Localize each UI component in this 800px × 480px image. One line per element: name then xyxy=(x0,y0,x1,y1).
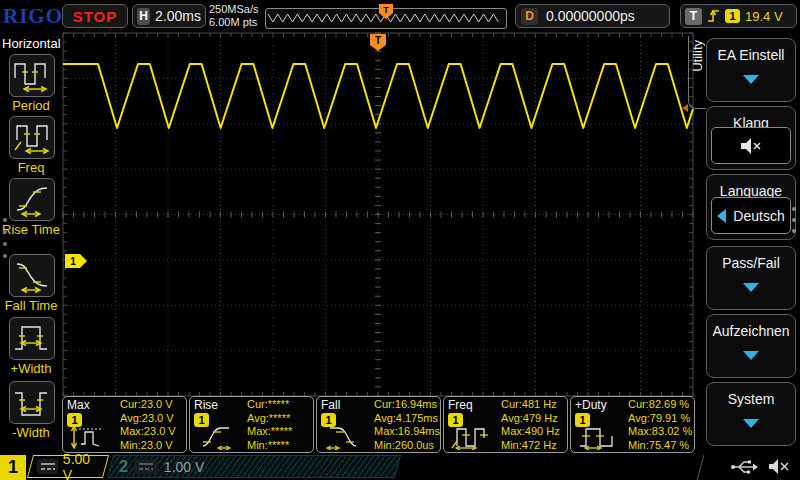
measurement-value-row: Cur:82.69 % xyxy=(628,398,692,412)
menu-item-label: Rise Time xyxy=(0,222,62,237)
t-badge: T xyxy=(685,8,702,25)
channel2-scale-value: 1.00 V xyxy=(164,459,204,475)
memory-depth: 6.00M pts xyxy=(209,16,259,29)
period-icon xyxy=(13,58,51,94)
rise-time-icon xyxy=(13,182,51,218)
status-icons xyxy=(730,458,791,475)
measurement-value-row: Cur:16.94ms xyxy=(374,398,440,412)
utility-tab-label: Utility xyxy=(690,40,705,72)
measurement-value-row: Cur:23.0 V xyxy=(120,398,176,412)
freq-icon xyxy=(13,120,51,156)
plus-duty-icon xyxy=(576,424,622,450)
run-state-label: STOP xyxy=(73,8,118,25)
measurement-value-row: Min:23.0 V xyxy=(120,439,176,453)
channel2-badge: 2 xyxy=(119,457,128,477)
menu-item-label: Freq xyxy=(0,160,62,175)
chevron-down-icon xyxy=(743,351,759,360)
softkey-aufzeichnen[interactable]: Aufzeichnen xyxy=(706,314,796,378)
measurement-name: +Duty xyxy=(575,398,607,412)
chevron-down-icon xyxy=(743,75,759,84)
trigger-position-icon[interactable]: T xyxy=(378,3,394,21)
top-bar: RIGOL STOP H 2.00ms 250MSa/s 6.00M pts T… xyxy=(0,0,800,32)
measurement-row: Max 1 Cur:23.0 V Avg:23.0 V Max:23.0 V M… xyxy=(62,396,698,454)
menu-item-label: +Width xyxy=(0,361,62,376)
divider xyxy=(697,455,705,480)
menu-item-period[interactable] xyxy=(9,54,55,97)
rise-meas-icon xyxy=(195,424,241,450)
utility-tab: Utility xyxy=(688,36,706,109)
svg-text:T: T xyxy=(375,35,381,46)
delay-value: 0.00000000ps xyxy=(546,8,635,24)
chevron-down-icon xyxy=(743,283,759,292)
speaker-muted-icon xyxy=(767,458,791,475)
measurement-value-row: Max:490 Hz xyxy=(501,425,560,439)
measurement-panel-rise[interactable]: Rise 1 Cur:***** Avg:***** Max:***** Min… xyxy=(189,396,314,453)
chevron-down-icon xyxy=(743,419,759,428)
timebase-value: 2.00ms xyxy=(155,8,201,24)
measurement-value-row: Min:472 Hz xyxy=(501,439,560,453)
menu-item-label: Period xyxy=(0,98,62,113)
measurement-name: Fall xyxy=(321,398,340,412)
horizontal-readout: H 2.00ms xyxy=(132,4,206,28)
language-value: Deutsch xyxy=(733,208,784,224)
softkey-language[interactable]: Language Deutsch xyxy=(706,174,796,240)
softkey-pass-fail[interactable]: Pass/Fail xyxy=(706,246,796,310)
h-badge: H xyxy=(137,8,150,25)
measurement-value-row: Max:23.0 V xyxy=(120,425,176,439)
measurement-value-row: Min:75.47 % xyxy=(628,439,692,453)
softkey-label: EA Einstell xyxy=(707,47,795,63)
measurement-value-row: Max:83.02 % xyxy=(628,425,692,439)
channel1-badge[interactable]: 1 xyxy=(0,455,26,480)
measurement-value-row: Avg:***** xyxy=(247,412,292,426)
measurement-name: Max xyxy=(67,398,90,412)
speaker-muted-icon xyxy=(739,137,763,155)
delay-readout: D 0.00000000ps xyxy=(515,4,670,28)
sample-rate: 250MSa/s xyxy=(209,3,259,16)
measurement-panel-plus-duty[interactable]: +Duty 1 Cur:82.69 % Avg:79.91 % Max:83.0… xyxy=(570,396,695,453)
softkey-klang[interactable]: Klang xyxy=(706,106,796,170)
measurement-value-row: Min:***** xyxy=(247,439,292,453)
menu-item-fall-time[interactable] xyxy=(9,254,55,297)
sound-toggle[interactable] xyxy=(711,127,791,164)
menu-item-label: -Width xyxy=(0,425,62,440)
measurement-name: Freq xyxy=(448,398,473,412)
dc-coupling-icon xyxy=(134,459,158,474)
channel1-scale-value: 5.00 V xyxy=(63,451,99,480)
trigger-source-badge: 1 xyxy=(725,9,740,23)
waveform-preview-bar[interactable]: T xyxy=(265,8,507,29)
chevron-left-icon xyxy=(717,209,726,223)
run-state-indicator: STOP xyxy=(62,4,128,28)
softkey-label: Aufzeichnen xyxy=(707,323,795,339)
fall-time-icon xyxy=(13,258,51,294)
softkey-system[interactable]: System xyxy=(706,382,796,446)
menu-item-plus-width[interactable] xyxy=(9,317,55,360)
measurement-value-row: Min:260.0us xyxy=(374,439,440,453)
softkey-ea-einstell[interactable]: EA Einstell xyxy=(706,38,796,102)
menu-item-freq[interactable] xyxy=(9,116,55,159)
measurement-panel-fall[interactable]: Fall 1 Cur:16.94ms Avg:4.175ms Max:16.94… xyxy=(316,396,441,453)
menu-item-label: Fall Time xyxy=(0,298,62,313)
max-icon xyxy=(68,424,114,450)
channel2-scale[interactable]: 2 1.00 V xyxy=(107,455,401,478)
plus-width-icon xyxy=(13,321,51,357)
measurement-value-row: Avg:479 Hz xyxy=(501,412,560,426)
trigger-readout: T 1 19.4 V xyxy=(680,4,797,28)
utility-pointer-icon xyxy=(682,104,688,112)
usb-icon xyxy=(730,459,758,474)
measurement-value-row: Avg:23.0 V xyxy=(120,412,176,426)
language-select[interactable]: Deutsch xyxy=(711,197,791,234)
measurement-value-row: Max:***** xyxy=(247,425,292,439)
measurement-value-row: Avg:79.91 % xyxy=(628,412,692,426)
d-badge: D xyxy=(521,8,538,25)
menu-item-minus-width[interactable] xyxy=(9,381,55,424)
menu-item-rise-time[interactable] xyxy=(9,178,55,221)
softkey-label: System xyxy=(707,391,795,407)
channel1-scale[interactable]: 5.00 V xyxy=(27,455,109,478)
measurement-panel-max[interactable]: Max 1 Cur:23.0 V Avg:23.0 V Max:23.0 V M… xyxy=(62,396,187,453)
fall-meas-icon xyxy=(322,424,368,450)
measurement-value-row: Cur:481 Hz xyxy=(501,398,560,412)
trigger-level-value: 19.4 V xyxy=(745,9,783,24)
right-menu-page-dots xyxy=(792,200,796,240)
svg-text:T: T xyxy=(383,5,389,15)
measurement-panel-freq[interactable]: Freq 1 Cur:481 Hz Avg:479 Hz Max:490 Hz … xyxy=(443,396,568,453)
